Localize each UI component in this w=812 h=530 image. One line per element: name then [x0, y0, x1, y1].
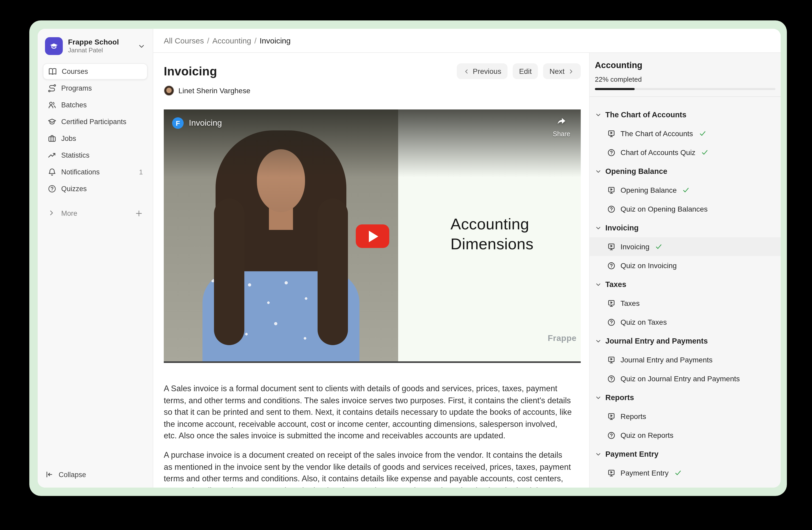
play-icon [368, 231, 378, 242]
breadcrumb-accounting[interactable]: Accounting [213, 36, 251, 45]
sidebar-item-statistics[interactable]: Statistics [43, 147, 147, 163]
check-icon [675, 469, 682, 477]
chevron-down-icon [595, 111, 602, 118]
outline-item-quiz-opening-balances[interactable]: Quiz on Opening Balances [590, 199, 781, 219]
outline-item-chart-of-accounts[interactable]: The Chart of Accounts [590, 124, 781, 143]
author-name: Linet Sherin Varghese [178, 86, 250, 95]
video-player[interactable]: Accounting Dimensions Frappe F Invoicing [164, 110, 581, 363]
chevron-down-icon [595, 337, 602, 344]
workspace-switcher[interactable]: Frappe School Jannat Patel [43, 35, 147, 57]
video-titlebar[interactable]: F Invoicing [172, 117, 222, 129]
sidebar-item-label: Courses [62, 68, 88, 75]
lesson-icon [607, 186, 616, 195]
outline-item-chart-of-accounts-quiz[interactable]: Chart of Accounts Quiz [590, 143, 781, 162]
screen: Frappe School Jannat Patel Courses Progr… [0, 0, 812, 530]
progress-bar [595, 88, 775, 90]
outline-item-quiz-taxes[interactable]: Quiz on Taxes [590, 313, 781, 332]
book-open-icon [48, 67, 57, 76]
check-icon [655, 243, 663, 250]
programs-icon [48, 84, 57, 93]
lesson-paragraph: A purchase invoice is a document created… [164, 449, 572, 488]
sidebar-item-label: Notifications [61, 168, 100, 176]
quiz-icon [607, 205, 616, 213]
outline-section-reports[interactable]: Reports [590, 388, 781, 407]
sidebar: Frappe School Jannat Patel Courses Progr… [38, 29, 153, 488]
sidebar-item-batches[interactable]: Batches [43, 97, 147, 113]
course-outline-panel: Accounting 22% completed The Chart of Ac… [589, 53, 781, 488]
presenter-face [257, 149, 305, 212]
chevron-down-icon [595, 281, 602, 288]
briefcase-icon [48, 134, 57, 143]
page-title: Invoicing [164, 64, 217, 78]
outline-section-journal-entry[interactable]: Journal Entry and Payments [590, 332, 781, 350]
sidebar-item-label: Jobs [61, 135, 76, 142]
chevron-left-icon [463, 68, 469, 75]
notification-count-badge: 1 [139, 168, 143, 176]
course-title: Accounting [595, 60, 779, 70]
slide-title: Accounting Dimensions [450, 214, 533, 254]
sidebar-item-certified-participants[interactable]: Certified Participants [43, 114, 147, 130]
sidebar-item-label: Batches [61, 101, 87, 109]
outline-item-payment-entry[interactable]: Payment Entry [590, 463, 781, 482]
lesson-icon [607, 299, 616, 308]
sidebar-item-jobs[interactable]: Jobs [43, 130, 147, 147]
chevron-down-icon [595, 451, 602, 458]
chevron-down-icon [595, 394, 602, 401]
frappe-school-logo [45, 37, 63, 55]
outline-item-quiz-journal-entry[interactable]: Quiz on Journal Entry and Payments [590, 369, 781, 388]
chevron-down-icon [137, 42, 145, 50]
sidebar-item-notifications[interactable]: Notifications 1 [43, 164, 147, 180]
outline-item-quiz-reports[interactable]: Quiz on Reports [590, 426, 781, 445]
outline-section-taxes[interactable]: Taxes [590, 275, 781, 294]
lesson-icon [607, 412, 616, 421]
collapse-sidebar-button[interactable]: Collapse [45, 466, 86, 482]
quiz-icon [607, 261, 616, 270]
edit-button[interactable]: Edit [513, 64, 538, 79]
lesson-icon [607, 469, 616, 477]
quiz-icon [607, 374, 616, 383]
lesson-icon [607, 242, 616, 251]
outline-item-taxes[interactable]: Taxes [590, 294, 781, 313]
breadcrumb-all-courses[interactable]: All Courses [164, 36, 204, 45]
progress-fill [595, 88, 635, 90]
play-button[interactable] [356, 224, 389, 248]
outline-item-quiz-invoicing[interactable]: Quiz on Invoicing [590, 256, 781, 275]
lesson-icon [607, 355, 616, 364]
help-circle-icon [48, 184, 57, 193]
outline-item-invoicing[interactable]: Invoicing [590, 237, 781, 256]
graduation-cap-icon [48, 117, 57, 126]
share-icon [556, 116, 567, 129]
video-timeline[interactable] [164, 361, 581, 363]
outline-section-opening-balance[interactable]: Opening Balance [590, 162, 781, 181]
sidebar-item-label: Programs [61, 84, 92, 92]
outline-section-chart-of-accounts[interactable]: The Chart of Accounts [590, 105, 781, 124]
sidebar-item-quizzes[interactable]: Quizzes [43, 181, 147, 197]
outline-section-invoicing[interactable]: Invoicing [590, 219, 781, 237]
outline-section-payment-entry[interactable]: Payment Entry [590, 445, 781, 463]
lesson-icon [607, 129, 616, 138]
lesson-main: Invoicing Previous Edit Next [153, 53, 589, 488]
quiz-icon [607, 148, 616, 157]
frappe-watermark: Frappe [548, 334, 577, 343]
user-name: Jannat Patel [68, 46, 119, 54]
sidebar-item-programs[interactable]: Programs [43, 80, 147, 96]
plus-icon[interactable] [135, 209, 143, 217]
bell-icon [48, 168, 57, 177]
next-button[interactable]: Next [543, 64, 581, 79]
outline-item-opening-balance[interactable]: Opening Balance [590, 181, 781, 199]
sidebar-item-label: Certified Participants [61, 118, 126, 126]
outline-item-reports[interactable]: Reports [590, 407, 781, 426]
chevron-down-icon [595, 168, 602, 175]
school-name: Frappe School [68, 38, 119, 46]
sidebar-item-courses[interactable]: Courses [43, 64, 147, 80]
outline-item-journal-entry[interactable]: Journal Entry and Payments [590, 350, 781, 369]
check-icon [699, 130, 706, 137]
author-avatar [164, 85, 174, 96]
sidebar-item-label: Statistics [61, 151, 89, 159]
lesson-body: A Sales invoice is a formal document sen… [164, 383, 572, 488]
previous-button[interactable]: Previous [456, 64, 508, 79]
sidebar-more[interactable]: More [43, 205, 147, 221]
share-button[interactable]: Share [553, 116, 570, 138]
quiz-icon [607, 431, 616, 440]
breadcrumb-current: Invoicing [260, 36, 291, 45]
